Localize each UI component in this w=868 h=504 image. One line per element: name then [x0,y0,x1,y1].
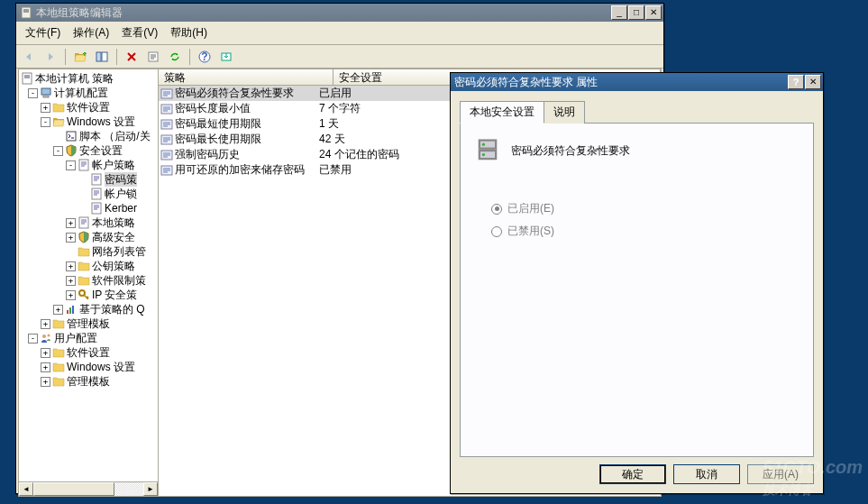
context-help-button[interactable]: ? [788,75,804,89]
apply-button[interactable]: 应用(A) [747,464,814,484]
menu-file[interactable]: 文件(F) [20,23,66,42]
scroll-right-icon[interactable]: ► [143,482,158,496]
expander-icon[interactable]: + [66,290,76,300]
svg-rect-22 [23,73,32,84]
menubar: 文件(F) 操作(A) 查看(V) 帮助(H) [16,22,663,45]
expander-icon[interactable]: + [41,348,50,358]
tree-software-restrict[interactable]: +软件限制策 [21,273,156,288]
gpedit-title: 本地组策略编辑器 [36,5,611,21]
close-button[interactable]: ✕ [645,5,662,20]
policy-large-icon [473,136,502,165]
policy-name-label: 密码必须符合复杂性要求 [511,143,630,159]
policy-item-icon [160,118,173,131]
gpedit-titlebar[interactable]: 本地组策略编辑器 _ □ ✕ [16,4,663,22]
back-button[interactable] [20,48,38,66]
tree-local-policies[interactable]: +本地策略 [21,215,156,230]
menu-view[interactable]: 查看(V) [116,23,163,42]
tree-ip-security[interactable]: +IP 安全策 [21,288,156,302]
properties-button[interactable] [144,48,162,66]
tree-user-config[interactable]: -用户配置 [21,331,156,345]
tree-software-settings[interactable]: +软件设置 [21,100,156,115]
expander-icon[interactable]: + [66,261,76,271]
tree-password-policy[interactable]: 密码策 [21,172,156,187]
policy-item-icon [160,149,173,161]
expander-icon[interactable]: + [66,233,76,243]
expander-icon[interactable]: + [66,218,76,228]
expander-icon[interactable]: + [41,377,50,387]
expander-icon[interactable]: - [53,146,63,156]
scroll-thumb[interactable] [33,482,114,496]
radio-disabled[interactable]: 已禁用(S) [491,224,800,239]
expander-icon[interactable]: - [28,334,38,344]
properties-dialog: 密码必须符合复杂性要求 属性 ? ✕ 本地安全设置 说明 密码必须符合复杂性要求… [450,72,824,494]
forward-button[interactable] [41,48,59,66]
show-hide-tree-button[interactable] [93,48,111,66]
tab-page: 密码必须符合复杂性要求 已启用(E) 已禁用(S) [460,123,814,457]
scroll-left-icon[interactable]: ◄ [19,482,33,496]
policy-item-icon [160,164,173,177]
tree-kerberos[interactable]: Kerber [21,201,156,215]
tree-network-list[interactable]: 网络列表管 [21,244,156,259]
col-policy[interactable]: 策略 [159,69,333,85]
expander-icon[interactable]: + [41,319,50,329]
up-button[interactable] [71,48,89,66]
app-icon [20,6,32,19]
menu-action[interactable]: 操作(A) [68,23,114,42]
tree-computer-config[interactable]: -计算机配置 [21,86,156,100]
svg-rect-15 [22,7,31,18]
tree-user-software[interactable]: +软件设置 [21,345,156,360]
tree-root[interactable]: 本地计算机 策略 [21,71,156,86]
policy-item-icon [160,133,173,146]
expander-icon[interactable]: - [28,88,38,98]
tab-explain[interactable]: 说明 [544,101,585,124]
tree-policy-based-q[interactable]: +基于策略的 Q [21,302,156,316]
expander-icon[interactable]: - [66,160,76,170]
policy-item-icon [160,87,173,100]
toolbar: ? [16,45,663,69]
refresh-button[interactable] [166,48,184,66]
radio-enabled[interactable]: 已启用(E) [491,201,800,216]
tab-local-setting[interactable]: 本地安全设置 [460,101,544,124]
radio-icon [491,226,502,237]
svg-rect-16 [96,52,101,61]
expander-icon[interactable]: + [41,103,50,113]
expander-icon[interactable]: + [53,305,63,315]
tree-user-admin-templates[interactable]: +管理模板 [21,374,156,389]
dialog-close-button[interactable]: ✕ [805,75,821,89]
tree-hscroll[interactable]: ◄ ► [19,481,158,496]
tree-advanced-security[interactable]: +高级安全 [21,230,156,244]
menu-help[interactable]: 帮助(H) [165,23,213,42]
radio-icon [491,204,502,215]
minimize-button[interactable]: _ [611,5,627,20]
svg-text:?: ? [201,50,207,63]
help-button[interactable]: ? [196,48,214,66]
tree-pane: 本地计算机 策略 -计算机配置 +软件设置 -Windows 设置 脚本 （启动… [19,69,159,496]
maximize-button[interactable]: □ [628,5,644,20]
tree-account-policies[interactable]: -帐户策略 [21,158,156,172]
tree-security-settings[interactable]: -安全设置 [21,143,156,158]
tree-scripts[interactable]: 脚本 （启动/关 [21,129,156,143]
tree-user-windows[interactable]: +Windows 设置 [21,360,156,374]
dialog-title: 密码必须符合复杂性要求 属性 [454,75,788,90]
export-button[interactable] [217,48,235,66]
svg-rect-17 [102,52,107,61]
expander-icon[interactable]: + [41,362,50,372]
tabstrip: 本地安全设置 说明 [460,101,814,124]
tree-admin-templates[interactable]: +管理模板 [21,316,156,331]
tree-account-lockout[interactable]: 帐户锁 [21,187,156,201]
policy-item-icon [160,103,173,115]
dialog-buttons: 确定 取消 应用(A) [460,457,814,484]
tree-windows-settings[interactable]: -Windows 设置 [21,115,156,129]
tree-public-key[interactable]: +公钥策略 [21,259,156,273]
expander-icon[interactable]: + [66,276,76,286]
cancel-button[interactable]: 取消 [673,464,740,484]
ok-button[interactable]: 确定 [599,464,666,484]
expander-icon[interactable]: - [41,117,50,127]
dialog-titlebar[interactable]: 密码必须符合复杂性要求 属性 ? ✕ [451,73,823,91]
delete-button[interactable] [123,48,141,66]
